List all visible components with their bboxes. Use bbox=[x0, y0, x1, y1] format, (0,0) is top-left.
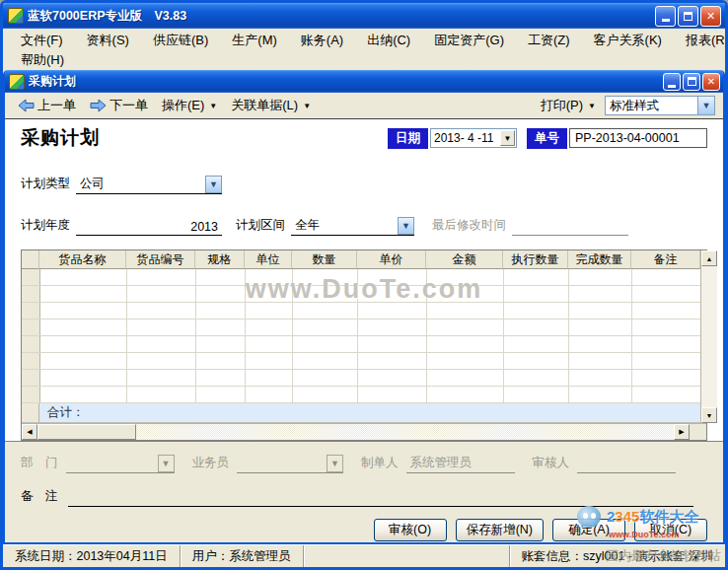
cancel-button[interactable]: 取消(C) bbox=[634, 519, 707, 541]
horizontal-scroll-thumb[interactable] bbox=[37, 424, 136, 440]
window-title: 蓝软7000ERP专业版 V3.83 bbox=[28, 8, 655, 25]
vertical-scrollbar[interactable]: ▲ ▼ bbox=[700, 250, 717, 423]
menu-data[interactable]: 资料(S) bbox=[75, 31, 141, 50]
scroll-down-button[interactable]: ▼ bbox=[701, 407, 717, 423]
date-picker[interactable]: 2013- 4 -11 ▼ bbox=[430, 128, 517, 148]
table-row[interactable] bbox=[22, 303, 700, 320]
maximize-icon bbox=[684, 12, 692, 21]
auditor-label: 审核人 bbox=[533, 455, 570, 473]
table-row[interactable] bbox=[22, 370, 700, 387]
minimize-icon bbox=[662, 19, 670, 22]
col-unit-price[interactable]: 单价 bbox=[357, 250, 426, 269]
items-table: 货品名称 货品编号 规格 单位 数量 单价 金额 执行数量 完成数量 备注 bbox=[21, 249, 707, 441]
plan-type-select[interactable]: 公司 ▼ bbox=[76, 175, 222, 194]
document-toolbar: 上一单 下一单 操作(E)▼ 关联单据(L)▼ 打印(P)▼ 标准样式 ▼ bbox=[5, 93, 723, 119]
table-row[interactable] bbox=[22, 269, 700, 286]
col-item-name[interactable]: 货品名称 bbox=[39, 250, 126, 269]
col-completed-qty[interactable]: 完成数量 bbox=[568, 250, 631, 269]
menu-accounting[interactable]: 账务(A) bbox=[289, 31, 355, 50]
col-amount[interactable]: 金额 bbox=[426, 250, 503, 269]
chevron-down-icon[interactable]: ▼ bbox=[500, 130, 515, 146]
plan-range-label: 计划区间 bbox=[236, 217, 285, 236]
chevron-down-icon: ▼ bbox=[209, 102, 217, 110]
child-close-button[interactable]: ✕ bbox=[702, 73, 720, 91]
last-modified-field bbox=[512, 216, 628, 236]
col-executed-qty[interactable]: 执行数量 bbox=[503, 250, 568, 269]
auditor-field bbox=[577, 454, 676, 473]
table-row[interactable] bbox=[22, 353, 700, 370]
print-menu-button[interactable]: 打印(P)▼ bbox=[536, 95, 601, 116]
chevron-down-icon: ▼ bbox=[697, 97, 714, 114]
plan-year-field[interactable]: 2013 bbox=[76, 216, 222, 236]
child-minimize-button[interactable] bbox=[663, 73, 681, 91]
scrollbar-corner bbox=[690, 424, 706, 440]
minimize-button[interactable] bbox=[655, 6, 676, 27]
menu-fixed-assets[interactable]: 固定资产(G) bbox=[422, 31, 516, 50]
menu-reports[interactable]: 报表(R) bbox=[674, 31, 728, 50]
table-row[interactable] bbox=[22, 336, 700, 353]
user-status: 用户：系统管理员 bbox=[181, 545, 304, 567]
child-titlebar: 采购计划 ✕ bbox=[5, 70, 723, 93]
scroll-up-button[interactable]: ▲ bbox=[701, 250, 717, 266]
table-row[interactable] bbox=[22, 320, 700, 336]
horizontal-scrollbar[interactable]: ◀ ▶ bbox=[22, 423, 706, 440]
scroll-left-button[interactable]: ◀ bbox=[22, 424, 37, 440]
close-button[interactable]: ✕ bbox=[700, 6, 721, 27]
vertical-scroll-track[interactable] bbox=[701, 266, 717, 407]
doc-number-label: 单号 bbox=[527, 128, 567, 149]
scroll-right-button[interactable]: ▶ bbox=[674, 424, 690, 440]
last-modified-label: 最后修改时间 bbox=[432, 217, 506, 236]
save-new-button[interactable]: 保存新增(N) bbox=[456, 519, 544, 541]
arrow-left-icon bbox=[18, 99, 35, 112]
maximize-icon bbox=[688, 77, 696, 86]
salesperson-select: ▼ bbox=[237, 454, 343, 473]
chevron-down-icon: ▼ bbox=[327, 455, 343, 472]
ok-button[interactable]: 确定(A) bbox=[552, 519, 625, 541]
audit-button[interactable]: 审核(O) bbox=[374, 519, 447, 541]
maker-label: 制单人 bbox=[361, 455, 399, 473]
doc-number-field[interactable]: PP-2013-04-00001 bbox=[569, 128, 707, 148]
col-unit[interactable]: 单位 bbox=[245, 250, 292, 269]
menu-production[interactable]: 生产(M) bbox=[220, 31, 289, 50]
related-documents-menu-button[interactable]: 关联单据(L)▼ bbox=[226, 95, 316, 116]
menu-payroll[interactable]: 工资(Z) bbox=[516, 31, 582, 50]
maximize-button[interactable] bbox=[678, 6, 698, 27]
print-style-select[interactable]: 标准样式 ▼ bbox=[605, 96, 715, 115]
menu-file[interactable]: 文件(F) bbox=[9, 31, 75, 50]
account-info-status: 账套信息：szyl001 - 演示账套 深圳 bbox=[510, 545, 725, 567]
col-spec[interactable]: 规格 bbox=[195, 250, 245, 269]
operations-menu-button[interactable]: 操作(E)▼ bbox=[157, 95, 222, 116]
plan-year-label: 计划年度 bbox=[21, 217, 70, 236]
next-record-button[interactable]: 下一单 bbox=[85, 95, 153, 116]
row-selector-header bbox=[22, 250, 39, 269]
horizontal-scroll-track[interactable] bbox=[136, 424, 674, 440]
col-remark[interactable]: 备注 bbox=[631, 250, 700, 269]
menu-crm[interactable]: 客户关系(K) bbox=[582, 31, 674, 50]
chevron-down-icon[interactable]: ▼ bbox=[205, 176, 222, 193]
menu-supply-chain[interactable]: 供应链(B) bbox=[141, 31, 220, 50]
maker-field: 系统管理员 bbox=[406, 454, 515, 473]
close-icon: ✕ bbox=[706, 10, 715, 23]
table-row[interactable] bbox=[22, 387, 700, 403]
chevron-down-icon[interactable]: ▼ bbox=[398, 217, 414, 235]
date-label: 日期 bbox=[388, 128, 428, 149]
remark-label: 备 注 bbox=[21, 488, 58, 507]
app-icon bbox=[8, 8, 24, 24]
close-icon: ✕ bbox=[707, 76, 715, 87]
total-label: 合计： bbox=[39, 404, 85, 421]
prev-record-button[interactable]: 上一单 bbox=[13, 95, 81, 116]
system-date-status: 系统日期：2013年04月11日 bbox=[3, 545, 181, 567]
col-item-code[interactable]: 货品编号 bbox=[126, 250, 195, 269]
child-maximize-button[interactable] bbox=[683, 73, 700, 91]
arrow-right-icon bbox=[90, 99, 107, 112]
department-select: ▼ bbox=[66, 454, 175, 473]
plan-type-label: 计划类型 bbox=[21, 176, 70, 194]
menu-help[interactable]: 帮助(H) bbox=[9, 50, 76, 70]
plan-range-select[interactable]: 全年 ▼ bbox=[291, 216, 414, 236]
chevron-down-icon: ▼ bbox=[158, 455, 175, 472]
footer-panel: 部 门 ▼ 业务员 ▼ 制单人 系统管理员 审核人 bbox=[5, 442, 723, 542]
menu-cashier[interactable]: 出纳(C) bbox=[355, 31, 422, 50]
table-row[interactable] bbox=[22, 286, 700, 303]
remark-field[interactable] bbox=[68, 487, 694, 507]
col-quantity[interactable]: 数量 bbox=[292, 250, 357, 269]
